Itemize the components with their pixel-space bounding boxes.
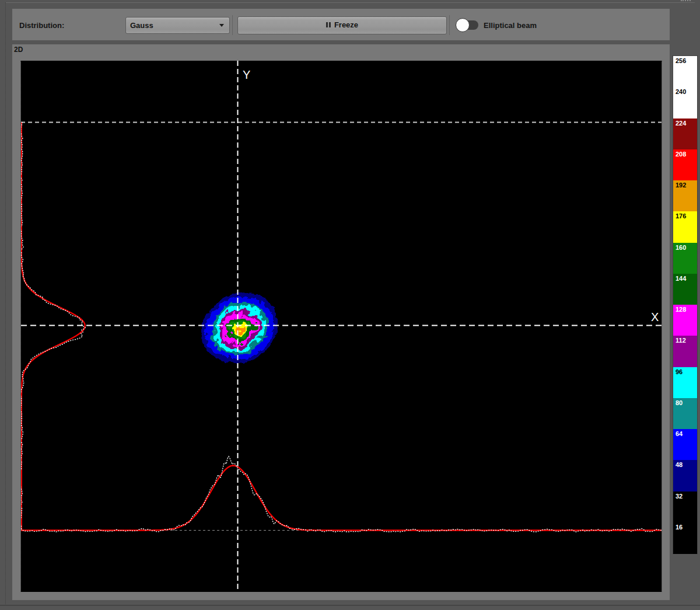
svg-text:Y: Y	[243, 68, 250, 81]
svg-text:X: X	[651, 311, 659, 323]
